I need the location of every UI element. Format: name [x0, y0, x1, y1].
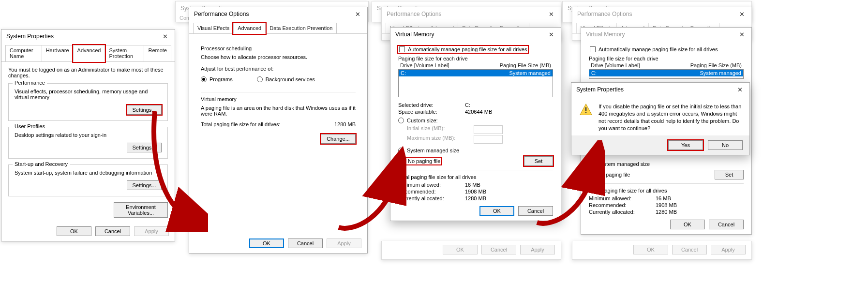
- radio-no-paging-label: No paging file: [598, 172, 630, 178]
- recommended-value: 1908 MB: [465, 189, 486, 194]
- cancel-button[interactable]: Cancel: [288, 238, 323, 248]
- virtual-memory-group: Virtual memory A paging file is an area …: [201, 96, 356, 144]
- close-icon[interactable]: ✕: [351, 9, 364, 19]
- drive-row-drive: C:: [401, 70, 509, 76]
- close-icon[interactable]: ✕: [544, 30, 558, 39]
- drive-row-c[interactable]: C: System managed: [589, 70, 743, 76]
- close-icon[interactable]: ✕: [544, 9, 558, 19]
- yes-button[interactable]: Yes: [668, 140, 703, 150]
- ok-button[interactable]: OK: [57, 226, 91, 236]
- recommended-value: 1908 MB: [656, 202, 677, 208]
- currently-allocated-label: Currently allocated:: [398, 195, 456, 201]
- radio-no-paging-file[interactable]: No paging file: [589, 172, 630, 178]
- radio-system-managed[interactable]: System managed size: [398, 148, 459, 153]
- col-size: Paging File Size (MB): [500, 62, 551, 68]
- startup-recovery-title: Start-up and Recovery: [13, 161, 70, 167]
- bg-perf-footer-3: OK Cancel Apply: [381, 241, 561, 260]
- radio-custom-label: Custom size:: [407, 118, 438, 123]
- system-properties-window: System Properties ✕ Computer Name Hardwa…: [1, 29, 175, 241]
- apply-button: Apply: [520, 245, 555, 254]
- drive-listbox[interactable]: C: System managed: [589, 69, 744, 79]
- tab-system-protection[interactable]: System Protection: [105, 45, 144, 61]
- radio-custom-size[interactable]: Custom size:: [398, 118, 438, 123]
- auto-manage-checkbox[interactable]: Automatically manage paging file size fo…: [589, 46, 718, 53]
- radio-no-paging-file[interactable]: No paging file: [398, 158, 441, 164]
- no-button[interactable]: No: [708, 140, 743, 150]
- cancel-button[interactable]: Cancel: [95, 226, 130, 236]
- change-button[interactable]: Change...: [321, 134, 356, 144]
- ok-button: OK: [443, 245, 478, 254]
- total-paging-title: Total paging file size for all drives: [589, 188, 744, 194]
- drive-listbox[interactable]: C: System managed: [398, 69, 553, 97]
- cancel-button[interactable]: Cancel: [709, 220, 744, 229]
- vm-total-label: Total paging file size for all drives:: [201, 121, 280, 127]
- drive-row-size: System managed: [700, 70, 741, 76]
- startup-recovery-settings-button[interactable]: Settings...: [127, 180, 162, 190]
- vm-desc: A paging file is an area on the hard dis…: [201, 105, 356, 117]
- cancel-button[interactable]: Cancel: [518, 206, 553, 216]
- startup-recovery-group: Start-up and Recovery System start-up, s…: [8, 164, 168, 196]
- user-profiles-title: User Profiles: [13, 123, 47, 129]
- maximum-size-input: [474, 135, 503, 144]
- radio-system-managed-label: System managed size: [407, 148, 459, 153]
- startup-recovery-desc: System start-up, system failure and debu…: [15, 170, 162, 176]
- close-icon[interactable]: ✕: [735, 30, 748, 39]
- virtual-memory-window: Virtual Memory ✕ Automatically manage pa…: [390, 27, 561, 221]
- cancel-button: Cancel: [481, 245, 516, 254]
- ok-button: OK: [633, 245, 668, 254]
- initial-size-label: Initial size (MB):: [407, 125, 465, 134]
- radio-system-managed[interactable]: System managed size: [589, 161, 650, 167]
- tab-advanced[interactable]: Advanced: [73, 45, 105, 62]
- apply-button: Apply: [134, 226, 169, 236]
- total-paging-title: Total paging file size for all drives: [398, 174, 553, 180]
- window-title: System Properties: [576, 86, 624, 93]
- confirm-dialog: System Properties ✕ If you disable the p…: [571, 82, 750, 155]
- col-drive: Drive [Volume Label]: [400, 62, 500, 68]
- radio-background-services[interactable]: Background services: [257, 76, 315, 82]
- close-icon[interactable]: ✕: [733, 85, 747, 94]
- processor-scheduling-title: Processor scheduling: [201, 45, 356, 51]
- tab-computer-name[interactable]: Computer Name: [5, 45, 42, 61]
- selected-drive-value: C:: [465, 102, 470, 108]
- drive-row-c[interactable]: C: System managed: [399, 70, 553, 76]
- tab-hardware[interactable]: Hardware: [42, 45, 74, 61]
- window-title: Virtual Memory: [586, 31, 625, 38]
- min-allowed-value: 16 MB: [656, 195, 671, 201]
- processor-scheduling-desc: Choose how to allocate processor resourc…: [201, 54, 356, 60]
- titlebar: Performance Options ✕: [189, 7, 367, 21]
- tab-dep[interactable]: Data Execution Prevention: [265, 23, 337, 33]
- vm-title: Virtual memory: [201, 96, 356, 102]
- col-drive: Drive [Volume Label]: [591, 62, 690, 68]
- vm-total-value: 1280 MB: [334, 121, 356, 127]
- selected-drive-label: Selected drive:: [398, 102, 456, 108]
- set-button[interactable]: Set: [524, 156, 553, 166]
- ok-button[interactable]: OK: [249, 238, 284, 248]
- user-profiles-group: User Profiles Desktop settings related t…: [8, 127, 168, 159]
- tab-remote[interactable]: Remote: [144, 45, 171, 61]
- ok-button[interactable]: OK: [670, 220, 705, 229]
- drive-row-size: System managed: [509, 70, 551, 76]
- warning-icon: [579, 103, 593, 117]
- user-profiles-settings-button[interactable]: Settings...: [127, 143, 162, 152]
- radio-programs-label: Programs: [210, 76, 233, 82]
- close-icon[interactable]: ✕: [158, 31, 172, 41]
- bg-perf-footer-4: OK Cancel Apply: [572, 241, 752, 260]
- tab-visual-effects[interactable]: Visual Effects: [193, 23, 234, 33]
- environment-variables-button[interactable]: Environment Variables...: [114, 202, 168, 218]
- radio-programs[interactable]: Programs: [201, 76, 233, 82]
- min-allowed-label: Minimum allowed:: [398, 182, 456, 188]
- radio-background-label: Background services: [266, 76, 315, 82]
- ok-button[interactable]: OK: [479, 206, 514, 216]
- performance-settings-button[interactable]: Settings...: [127, 105, 162, 115]
- auto-manage-checkbox[interactable]: Automatically manage paging file size fo…: [398, 46, 528, 53]
- processor-scheduling-group: Processor scheduling Choose how to alloc…: [201, 45, 356, 82]
- window-title: Performance Options: [194, 11, 249, 17]
- close-icon[interactable]: ✕: [735, 9, 748, 19]
- currently-allocated-value: 1280 MB: [465, 195, 486, 201]
- recommended-label: Recommended:: [589, 202, 647, 208]
- svg-rect-1: [585, 107, 586, 111]
- admin-note: You must be logged on as an Administrato…: [8, 67, 168, 78]
- set-button[interactable]: Set: [715, 170, 744, 179]
- initial-size-input: [474, 125, 503, 134]
- tab-advanced[interactable]: Advanced: [233, 23, 266, 34]
